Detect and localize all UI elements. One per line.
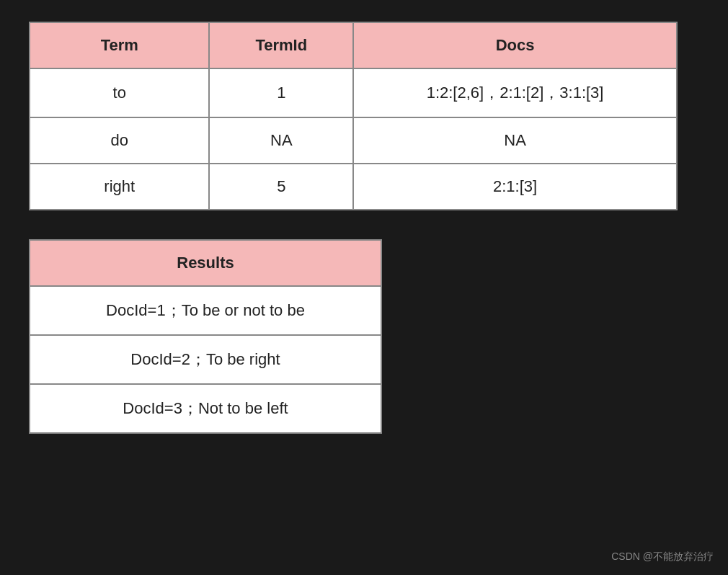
list-item: DocId=3；Not to be left (30, 384, 381, 433)
cell-docs-3: 2:1:[3] (353, 164, 677, 210)
result-row-2: DocId=2；To be right (30, 335, 381, 384)
cell-termid-3: 5 (209, 164, 353, 210)
col-header-docs: Docs (353, 22, 677, 68)
list-item: DocId=2；To be right (30, 335, 381, 384)
cell-docs-1: 1:2:[2,6]，2:1:[2]，3:1:[3] (353, 68, 677, 117)
table-row: right 5 2:1:[3] (30, 164, 677, 210)
col-header-results: Results (30, 240, 381, 286)
table-row: do NA NA (30, 117, 677, 164)
list-item: DocId=1；To be or not to be (30, 286, 381, 335)
cell-termid-2: NA (209, 117, 353, 164)
cell-termid-1: 1 (209, 68, 353, 117)
index-table: Term TermId Docs to 1 1:2:[2,6]，2:1:[2]，… (29, 22, 678, 210)
col-header-termid: TermId (209, 22, 353, 68)
result-row-1: DocId=1；To be or not to be (30, 286, 381, 335)
cell-term-2: do (30, 117, 209, 164)
table-row: to 1 1:2:[2,6]，2:1:[2]，3:1:[3] (30, 68, 677, 117)
col-header-term: Term (30, 22, 209, 68)
cell-docs-2: NA (353, 117, 677, 164)
cell-term-3: right (30, 164, 209, 210)
cell-term-1: to (30, 68, 209, 117)
result-row-3: DocId=3；Not to be left (30, 384, 381, 433)
watermark: CSDN @不能放弃治疗 (611, 551, 714, 563)
results-table: Results DocId=1；To be or not to be DocId… (29, 239, 382, 434)
